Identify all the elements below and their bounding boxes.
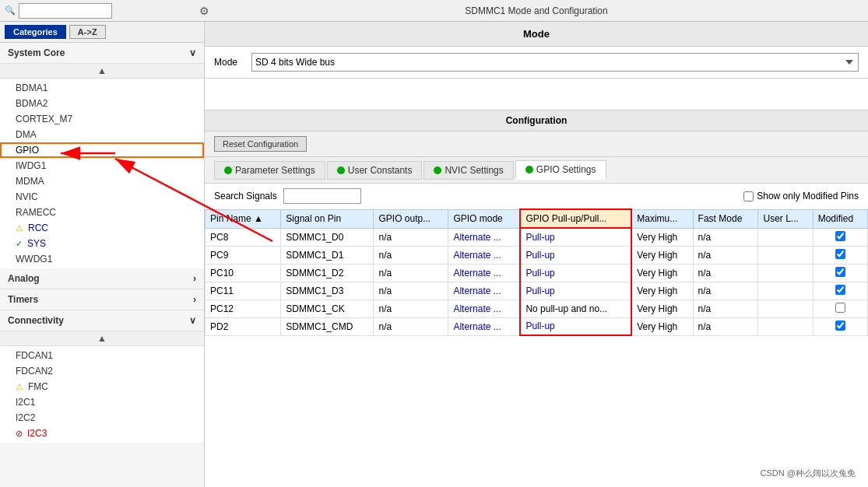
tab-atoz[interactable]: A->Z [69,25,106,39]
connectivity-items: FDCAN1 FDCAN2 FMC I2C1 I2C2 I2C3 [0,346,204,443]
tab-gpio-settings[interactable]: GPIO Settings [515,160,606,180]
sidebar-item-gpio[interactable]: GPIO [0,142,204,158]
col-signal[interactable]: Signal on Pin [281,209,374,228]
cell-pullup: Pull-up [520,246,631,264]
sidebar-item-wwdg1[interactable]: WWDG1 [0,251,204,267]
cell-fast: n/a [693,264,758,282]
chevron-down-icon: ∨ [189,47,196,58]
tab-categories[interactable]: Categories [5,25,66,39]
cell-max: Very High [631,246,693,264]
tab-nvic-settings[interactable]: NVIC Settings [423,161,513,180]
system-core-items: BDMA1 BDMA2 CORTEX_M7 DMA GPIO IWDG1 MDM… [0,79,204,268]
category-analog[interactable]: Analog › [0,268,204,289]
sidebar-item-mdma[interactable]: MDMA [0,173,204,189]
page-title: SDMMC1 Mode and Configuration [465,5,607,16]
table-row: PC8 SDMMC1_D0 n/a Alternate ... Pull-up … [206,228,868,246]
sidebar-item-bdma1[interactable]: BDMA1 [0,80,204,96]
category-system-core[interactable]: System Core ∨ [0,43,204,64]
cell-user [758,228,813,246]
cell-mode: Alternate ... [448,246,520,264]
sidebar-item-sys[interactable]: SYS [0,236,204,251]
sidebar-item-i2c2[interactable]: I2C2 [0,410,204,426]
cell-modified[interactable] [813,300,867,317]
scroll-up-arrow[interactable]: ▲ [0,64,204,79]
col-fast[interactable]: Fast Mode [693,209,758,228]
show-modified-checkbox[interactable] [743,191,754,201]
cell-signal: SDMMC1_CK [281,300,374,317]
sidebar-item-ramecc[interactable]: RAMECC [0,205,204,220]
sidebar-item-dma[interactable]: DMA [0,127,204,142]
cell-output: n/a [374,264,448,282]
col-output[interactable]: GPIO outp... [374,209,448,228]
sidebar-item-cortex[interactable]: CORTEX_M7 [0,111,204,127]
cell-pullup: Pull-up [520,317,631,335]
cell-output: n/a [374,300,448,317]
cell-fast: n/a [693,282,758,300]
cell-signal: SDMMC1_CMD [281,317,374,335]
chevron-down-icon-2: ∨ [189,315,196,326]
cell-mode: Alternate ... [448,300,520,317]
cell-modified[interactable] [813,246,867,264]
tab-parameter-settings[interactable]: Parameter Settings [214,161,325,180]
cell-pullup: Pull-up [520,228,631,246]
cell-max: Very High [631,264,693,282]
tab-user-constants[interactable]: User Constants [327,161,423,180]
cell-signal: SDMMC1_D2 [281,264,374,282]
category-timers[interactable]: Timers › [0,289,204,310]
search-signals-label: Search Signals [214,191,277,201]
sidebar-item-bdma2[interactable]: BDMA2 [0,96,204,111]
cell-pin: PC12 [206,300,281,317]
category-connectivity[interactable]: Connectivity ∨ [0,310,204,331]
search-signals-input[interactable] [283,188,361,204]
table-row: PC10 SDMMC1_D2 n/a Alternate ... Pull-up… [206,264,868,282]
sidebar-item-nvic[interactable]: NVIC [0,189,204,205]
mode-label: Mode [214,57,245,68]
table-row: PC9 SDMMC1_D1 n/a Alternate ... Pull-up … [206,246,868,264]
cell-pullup: Pull-up [520,282,631,300]
watermark: CSDN @种么阔以次兔免 [757,466,859,481]
gpio-table-area: Search Signals Show only Modified Pins P… [205,184,868,487]
cell-max: Very High [631,317,693,335]
chevron-right-icon: › [193,273,196,284]
cell-pullup: Pull-up [520,264,631,282]
sidebar-item-iwdg1[interactable]: IWDG1 [0,158,204,173]
col-pullup[interactable]: GPIO Pull-up/Pull... [520,209,631,228]
table-row: PC12 SDMMC1_CK n/a Alternate ... No pull… [206,300,868,317]
show-modified-label: Show only Modified Pins [757,191,859,201]
sidebar-item-fmc[interactable]: FMC [0,379,204,394]
reset-configuration-button[interactable]: Reset Configuration [214,136,307,152]
cell-mode: Alternate ... [448,228,520,246]
gear-icon[interactable]: ⚙ [199,5,209,17]
cell-user [758,317,813,335]
sidebar-item-fdcan1[interactable]: FDCAN1 [0,348,204,363]
show-modified-row: Show only Modified Pins [743,191,859,201]
sidebar-item-fdcan2[interactable]: FDCAN2 [0,363,204,379]
col-modified[interactable]: Modified [813,209,867,228]
search-signals-row: Search Signals Show only Modified Pins [205,184,868,208]
col-user[interactable]: User L... [758,209,813,228]
dot-icon-user [337,166,345,174]
scroll-up-arrow-2[interactable]: ▲ [0,331,204,346]
cell-modified[interactable] [813,282,867,300]
cell-output: n/a [374,282,448,300]
cell-max: Very High [631,282,693,300]
sidebar-search-input[interactable] [19,3,112,19]
cell-modified[interactable] [813,317,867,335]
sidebar-item-i2c3[interactable]: I2C3 [0,426,204,441]
cell-modified[interactable] [813,264,867,282]
sidebar-item-rcc[interactable]: RCC [0,220,204,236]
cell-modified[interactable] [813,228,867,246]
cell-fast: n/a [693,300,758,317]
col-max[interactable]: Maximu... [631,209,693,228]
cell-output: n/a [374,246,448,264]
gpio-table: Pin Name ▲ Signal on Pin GPIO outp... GP… [205,208,868,336]
cell-mode: Alternate ... [448,317,520,335]
col-mode[interactable]: GPIO mode [448,209,520,228]
cell-signal: SDMMC1_D0 [281,228,374,246]
sidebar-item-i2c1[interactable]: I2C1 [0,394,204,410]
config-toolbar: Reset Configuration [205,131,868,157]
col-pin-name[interactable]: Pin Name ▲ [206,209,281,228]
mode-select[interactable]: SD 4 bits Wide bus SD 1 bit Wide bus MMC… [251,53,859,72]
mode-section: Mode SD 4 bits Wide bus SD 1 bit Wide bu… [205,47,868,79]
dot-icon-param [224,166,232,174]
